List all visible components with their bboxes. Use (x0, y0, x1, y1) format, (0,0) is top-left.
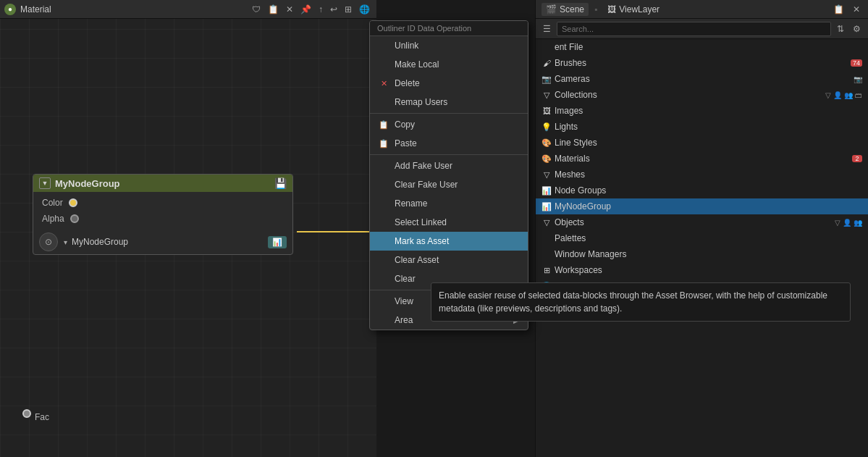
menu-item-delete[interactable]: ✕ Delete (370, 74, 528, 93)
mynodegroup-icon: 📊 (542, 201, 552, 211)
objects-label: Objects (555, 217, 832, 227)
delete-label: Delete (395, 78, 420, 88)
shield-icon[interactable]: 🛡 (250, 3, 263, 16)
images-label: Images (555, 106, 862, 116)
menu-item-clear-asset[interactable]: Clear Asset (370, 251, 528, 269)
sort-icon[interactable]: ⇅ (834, 22, 847, 35)
view-label: View (395, 296, 413, 306)
clear-fake-user-label: Clear Fake User (395, 180, 458, 190)
pin-icon[interactable]: 📌 (298, 3, 313, 16)
rename-label: Rename (395, 198, 427, 209)
clear-asset-label: Clear Asset (395, 255, 439, 265)
tooltip-text: Enable easier reuse of selected data-blo… (439, 290, 827, 314)
palettes-icon (542, 233, 552, 243)
close-scene-icon[interactable]: ✕ (851, 3, 862, 16)
node-group-card: ▼ MyNodeGroup 💾 Color Alpha ⊙ ▾ MyNodeGr… (33, 174, 293, 255)
remap-label: Remap Users (395, 97, 447, 107)
menu-item-select-linked[interactable]: Select Linked (370, 213, 528, 232)
outliner-search-input[interactable] (557, 22, 831, 36)
menu-item-mark-as-asset[interactable]: Mark as Asset (370, 232, 528, 251)
scene-label: Scene (560, 4, 584, 14)
node-sub-dropdown[interactable]: ▾ (64, 238, 67, 246)
menu-item-make-local[interactable]: Make Local (370, 55, 528, 74)
menu-item-add-fake-user[interactable]: Add Fake User (370, 156, 528, 175)
sep2 (370, 154, 528, 155)
materials-right: 2 (852, 155, 862, 162)
up-icon[interactable]: ↑ (316, 3, 325, 16)
menu-item-copy[interactable]: 📋 Copy (370, 115, 528, 134)
item-meshes[interactable]: ▽ Meshes (536, 167, 868, 183)
menu-item-clear-fake-user[interactable]: Clear Fake User (370, 175, 528, 194)
current-file-label: ent File (555, 42, 862, 52)
col-icon3: 👥 (844, 91, 853, 99)
menu-item-paste[interactable]: 📋 Paste (370, 134, 528, 153)
color-dot (69, 198, 77, 207)
mynodegroup-label: MyNodeGroup (555, 201, 862, 211)
item-window-managers[interactable]: Window Managers (536, 246, 868, 262)
window-managers-icon (542, 249, 552, 259)
item-brushes[interactable]: 🖌 Brushes 74 (536, 55, 868, 71)
header-sep: ▪ (594, 4, 597, 14)
toolbar-tools: 🛡 📋 ✕ 📌 ↑ ↩ ⊞ 🌐 (250, 3, 372, 16)
alpha-row: Alpha (42, 214, 284, 224)
item-materials[interactable]: 🎨 Materials 2 (536, 151, 868, 167)
item-line-styles[interactable]: 🎨 Line Styles (536, 135, 868, 151)
objects-right: ▽ 👤 👥 (835, 219, 862, 227)
viewlayer-tab[interactable]: 🖼 ViewLayer (603, 3, 664, 16)
close-icon[interactable]: ✕ (284, 3, 295, 16)
clear-label: Clear (395, 274, 416, 284)
item-lights[interactable]: 💡 Lights (536, 119, 868, 135)
grid-icon[interactable]: ⊞ (342, 3, 354, 16)
workspaces-label: Workspaces (555, 265, 862, 275)
node-groups-label: Node Groups (555, 185, 862, 196)
settings-icon[interactable]: ⚙ (850, 22, 864, 35)
materials-badge: 2 (852, 155, 862, 162)
outliner-panel: 🎬 Scene ▪ 🖼 ViewLayer 📋 ✕ ☰ ⇅ ⚙ ent File… (535, 0, 868, 457)
sep1 (370, 113, 528, 114)
menu-item-remap-users[interactable]: Remap Users (370, 93, 528, 112)
item-collections[interactable]: ▽ Collections ▽ 👤 👥 🗃 (536, 87, 868, 103)
node-card-sub: ⊙ ▾ MyNodeGroup 📊 (33, 230, 292, 254)
cameras-sub-icon: 📷 (854, 75, 862, 83)
make-local-label: Make Local (395, 59, 439, 70)
clear-fake-user-icon (379, 180, 389, 190)
filter-icon[interactable]: ☰ (540, 22, 554, 35)
undo-icon[interactable]: ↩ (328, 3, 340, 16)
copy-icon[interactable]: 📋 (266, 3, 281, 16)
outliner-content: ent File 🖌 Brushes 74 📷 Cameras 📷 ▽ Coll… (536, 39, 868, 457)
outliner-toolbar: ☰ ⇅ ⚙ (536, 19, 868, 39)
menu-item-unlink[interactable]: Unlink (370, 36, 528, 55)
scene-tab[interactable]: 🎬 Scene (542, 3, 589, 16)
meshes-icon: ▽ (542, 169, 552, 180)
brushes-icon: 🖌 (542, 58, 552, 68)
area-icon (379, 315, 389, 325)
item-palettes[interactable]: Palettes (536, 230, 868, 246)
menu-item-rename[interactable]: Rename (370, 194, 528, 213)
item-images[interactable]: 🖼 Images (536, 103, 868, 119)
chevron-icon: ▼ (39, 177, 51, 189)
item-workspaces[interactable]: ⊞ Workspaces (536, 262, 868, 278)
new-scene-icon[interactable]: 📋 (831, 3, 846, 16)
line-styles-label: Line Styles (555, 138, 862, 148)
item-mynodegroup[interactable]: 📊 MyNodeGroup (536, 198, 868, 214)
header-right: 📋 ✕ (831, 3, 862, 16)
line-styles-icon: 🎨 (542, 138, 552, 148)
item-objects[interactable]: ▽ Objects ▽ 👤 👥 (536, 214, 868, 230)
remap-icon (379, 97, 389, 107)
fac-label: Fac (35, 412, 49, 422)
paste-icon: 📋 (379, 138, 389, 148)
alpha-dot (70, 214, 79, 223)
menu-title: Outliner ID Data Operation (370, 21, 528, 36)
area-label: Area (395, 315, 413, 325)
item-node-groups[interactable]: 📊 Node Groups (536, 183, 868, 198)
node-editor: ● Material 🛡 📋 ✕ 📌 ↑ ↩ ⊞ 🌐 ▼ MyNodeGroup… (0, 0, 376, 457)
meshes-label: Meshes (555, 169, 862, 180)
mark-asset-label: Mark as Asset (395, 236, 449, 246)
objects-icon: ▽ (542, 217, 552, 227)
cameras-label: Cameras (555, 74, 851, 84)
col-icon4: 🗃 (855, 91, 862, 99)
node-card-body: Color Alpha (33, 192, 292, 230)
node-sub-graph-icon[interactable]: 📊 (268, 236, 287, 248)
globe-icon[interactable]: 🌐 (357, 3, 372, 16)
item-cameras[interactable]: 📷 Cameras 📷 (536, 71, 868, 87)
